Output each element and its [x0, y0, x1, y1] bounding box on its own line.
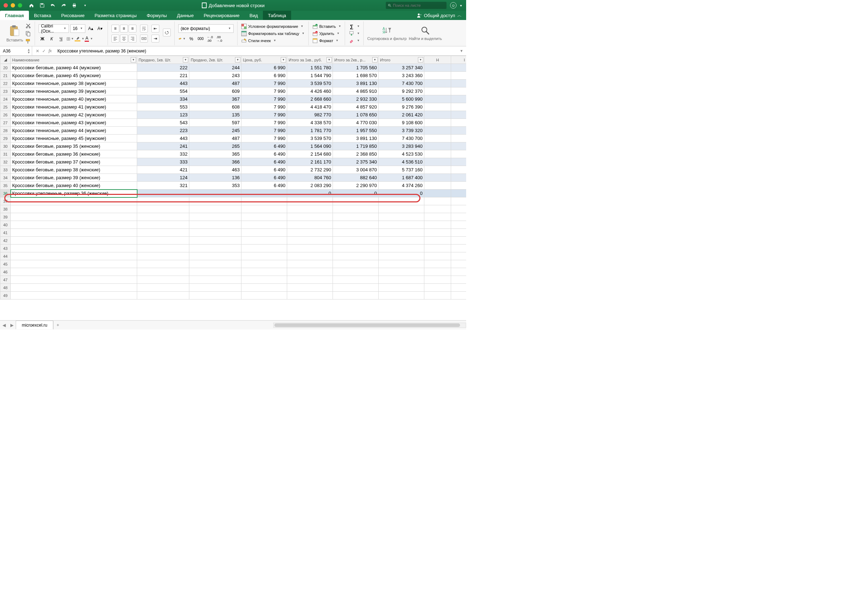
- add-sheet-button[interactable]: ＋: [53, 321, 62, 329]
- cell[interactable]: [137, 284, 189, 291]
- cell[interactable]: [137, 260, 189, 268]
- cell[interactable]: [287, 253, 333, 260]
- cell[interactable]: [379, 205, 424, 213]
- cell[interactable]: 4 426 460: [287, 87, 333, 95]
- cell[interactable]: [379, 291, 424, 299]
- row-header[interactable]: 26: [0, 111, 11, 119]
- autosum-button[interactable]: ∑▼: [349, 23, 360, 29]
- row-header[interactable]: 35: [0, 182, 11, 189]
- borders-button[interactable]: ▼: [67, 35, 74, 43]
- table-row[interactable]: 39: [0, 213, 466, 221]
- cell[interactable]: 4 418 470: [287, 103, 333, 111]
- cell[interactable]: [189, 260, 241, 268]
- sheet-nav-prev[interactable]: ◀: [0, 323, 8, 328]
- column-header-A[interactable]: Наименование▼: [11, 56, 137, 64]
- cell[interactable]: 2 375 340: [333, 158, 379, 166]
- collapse-ribbon-icon[interactable]: ︿: [457, 12, 462, 19]
- row-header[interactable]: 33: [0, 166, 11, 174]
- cell[interactable]: [424, 103, 451, 111]
- undo-icon[interactable]: [50, 3, 56, 8]
- cell[interactable]: 6 990: [241, 72, 287, 80]
- cell[interactable]: [287, 245, 333, 253]
- title-chevron-icon[interactable]: ▾: [460, 3, 462, 8]
- orientation-icon[interactable]: ⭯: [163, 29, 171, 36]
- cell[interactable]: [451, 174, 466, 182]
- align-top-icon[interactable]: ≡: [112, 25, 119, 33]
- cell[interactable]: [333, 284, 379, 291]
- row-header[interactable]: 20: [0, 64, 11, 72]
- cell[interactable]: 7 990: [241, 103, 287, 111]
- cell[interactable]: 123: [137, 111, 189, 119]
- cell[interactable]: [333, 245, 379, 253]
- cell[interactable]: [451, 111, 466, 119]
- cell[interactable]: [424, 143, 451, 150]
- font-shrink-icon[interactable]: A▾: [96, 25, 104, 33]
- cell[interactable]: [424, 284, 451, 291]
- ribbon-tab-formulas[interactable]: Формулы: [142, 11, 172, 20]
- cell[interactable]: 1 687 400: [379, 174, 424, 182]
- filter-btn-F[interactable]: ▼: [372, 57, 377, 62]
- worksheet-grid[interactable]: ◢ Наименование▼ Продано, 1кв. Шт.▼ Прода…: [0, 56, 466, 299]
- ribbon-tab-draw[interactable]: Рисование: [56, 11, 89, 20]
- traffic-close[interactable]: [3, 3, 8, 8]
- cell[interactable]: [189, 229, 241, 237]
- ribbon-tab-insert[interactable]: Вставка: [29, 11, 56, 20]
- filter-btn-D[interactable]: ▼: [281, 57, 286, 62]
- cell[interactable]: 3 539 570: [287, 80, 333, 87]
- row-header[interactable]: 23: [0, 87, 11, 95]
- cell[interactable]: 3 539 570: [287, 135, 333, 143]
- print-icon[interactable]: [71, 3, 77, 8]
- cell[interactable]: [189, 291, 241, 299]
- cell[interactable]: 543: [137, 119, 189, 127]
- cell[interactable]: [287, 284, 333, 291]
- cell[interactable]: Кроссовки теннисные, размер 42 (мужские): [11, 111, 137, 119]
- row-header[interactable]: 45: [0, 260, 11, 268]
- cell[interactable]: [189, 245, 241, 253]
- cell[interactable]: 1 957 550: [333, 127, 379, 135]
- column-header-G[interactable]: Итого▼: [379, 56, 424, 64]
- cell[interactable]: [451, 150, 466, 158]
- cell[interactable]: 4 338 570: [287, 119, 333, 127]
- align-bottom-icon[interactable]: ≡: [129, 25, 137, 33]
- ribbon-tab-review[interactable]: Рецензирование: [199, 11, 244, 20]
- cell[interactable]: 3 257 340: [379, 64, 424, 72]
- cell[interactable]: 265: [189, 143, 241, 150]
- cell[interactable]: [451, 182, 466, 189]
- cell[interactable]: 332: [137, 150, 189, 158]
- cell[interactable]: 1 698 570: [333, 72, 379, 80]
- cell[interactable]: 421: [137, 166, 189, 174]
- cell[interactable]: 3 283 940: [379, 143, 424, 150]
- ribbon-tab-table[interactable]: Таблица: [263, 11, 291, 20]
- indent-increase-icon[interactable]: ⇥: [151, 35, 159, 42]
- cell[interactable]: 487: [189, 135, 241, 143]
- cell[interactable]: [287, 229, 333, 237]
- cell[interactable]: 1 719 850: [333, 143, 379, 150]
- cell[interactable]: [424, 87, 451, 95]
- cell[interactable]: 597: [189, 119, 241, 127]
- table-row[interactable]: 44: [0, 253, 466, 260]
- cell[interactable]: [287, 221, 333, 229]
- cell[interactable]: 6 990: [241, 64, 287, 72]
- cell[interactable]: 243: [189, 72, 241, 80]
- cell[interactable]: Кроссовки беговые, размер 44 (мужские): [11, 64, 137, 72]
- table-row[interactable]: 27Кроссовки теннисные, размер 43 (мужски…: [0, 119, 466, 127]
- cell[interactable]: [333, 253, 379, 260]
- cell[interactable]: [451, 119, 466, 127]
- row-header[interactable]: 47: [0, 276, 11, 284]
- cell[interactable]: 2 732 290: [287, 166, 333, 174]
- sort-filter-button[interactable]: АЯ Сортировка и фильтр: [367, 26, 407, 41]
- cell[interactable]: [333, 276, 379, 284]
- cell[interactable]: 1 705 560: [333, 64, 379, 72]
- column-header-D[interactable]: Цена, руб.▼: [241, 56, 287, 64]
- row-header[interactable]: 25: [0, 103, 11, 111]
- table-row[interactable]: 38: [0, 205, 466, 213]
- table-row[interactable]: 47: [0, 276, 466, 284]
- cell[interactable]: [189, 237, 241, 245]
- bold-button[interactable]: Ж: [39, 35, 47, 43]
- decrease-decimal-icon[interactable]: .00→.0: [216, 35, 223, 43]
- cell[interactable]: 609: [189, 87, 241, 95]
- cell[interactable]: 882 640: [333, 174, 379, 182]
- cell[interactable]: 0: [287, 189, 333, 197]
- cell[interactable]: 2 668 660: [287, 95, 333, 103]
- table-row[interactable]: 22Кроссовки теннисные, размер 38 (мужски…: [0, 80, 466, 87]
